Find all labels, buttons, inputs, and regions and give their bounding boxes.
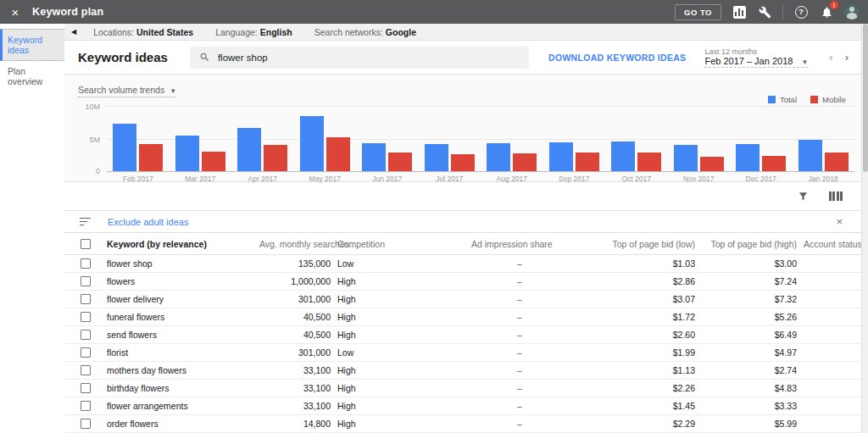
exclude-adult-ideas-link[interactable]: Exclude adult ideas (108, 217, 188, 227)
bar-mobile-jan-2018[interactable] (825, 153, 849, 171)
column-header-keyword[interactable]: Keyword (by relevance) (107, 239, 259, 249)
bar-mobile-jul-2017[interactable] (451, 154, 475, 171)
cell-competition: High (337, 294, 471, 304)
table-row[interactable]: birthday flowers33,100High–$2.26$4.83 (64, 380, 868, 397)
bar-total-oct-2017[interactable] (611, 142, 635, 171)
bar-total-jul-2017[interactable] (425, 144, 448, 171)
column-header-ad-impression-share[interactable]: Ad impression share (471, 239, 598, 249)
bar-total-dec-2017[interactable] (736, 144, 760, 171)
cell-keyword[interactable]: flower delivery (107, 294, 259, 304)
go-to-button[interactable]: GO TO (675, 4, 721, 20)
cell-keyword[interactable]: funeral flowers (107, 312, 259, 322)
cell-bid-high: $5.99 (702, 419, 804, 429)
cell-keyword[interactable]: send flowers (107, 330, 259, 340)
setting-locations[interactable]: Locations:United States (93, 27, 193, 37)
table-row[interactable]: florist301,000Low–$1.99$4.97 (64, 344, 868, 362)
bar-mobile-sep-2017[interactable] (576, 153, 599, 171)
table-row[interactable]: mothers day flowers33,100High–$1.13$2.74 (64, 362, 868, 380)
columns-button[interactable] (829, 192, 843, 201)
filter-funnel-button[interactable] (798, 191, 809, 202)
table-row[interactable]: flowers1,000,000High–$2.86$7.24 (64, 273, 868, 291)
search-volume-trends-dropdown[interactable]: Search volume trends▼ (78, 85, 176, 97)
row-checkbox[interactable] (81, 401, 91, 411)
filter-list-icon[interactable] (80, 218, 91, 226)
cell-keyword[interactable]: order flowers (107, 419, 259, 429)
download-keyword-ideas-link[interactable]: DOWNLOAD KEYWORD IDEAS (548, 53, 686, 63)
help-button[interactable]: ? (793, 4, 809, 19)
notifications-button[interactable]: ! (819, 4, 834, 19)
bar-mobile-mar-2017[interactable] (202, 152, 225, 171)
keyword-search-input[interactable]: flower shop (190, 47, 529, 69)
row-checkbox[interactable] (81, 276, 91, 286)
cell-keyword[interactable]: flower shop (107, 258, 259, 269)
row-checkbox[interactable] (81, 258, 91, 269)
row-checkbox[interactable] (81, 419, 91, 429)
setting-search-networks[interactable]: Search networks:Google (314, 27, 416, 37)
cell-keyword[interactable]: mothers day flowers (107, 365, 259, 375)
cell-keyword[interactable]: flower arrangements (107, 401, 259, 411)
bar-mobile-may-2017[interactable] (326, 137, 350, 171)
close-icon[interactable]: × (8, 6, 22, 19)
column-header-account-status[interactable]: Account status (804, 239, 868, 249)
bar-total-mar-2017[interactable] (175, 136, 199, 171)
sidebar-item-plan-overview[interactable]: Plan overview (0, 61, 64, 92)
bar-total-sep-2017[interactable] (549, 142, 573, 171)
bar-mobile-aug-2017[interactable] (513, 153, 537, 171)
range-prev-button[interactable]: ‹ (823, 51, 838, 64)
range-next-button[interactable]: › (839, 51, 854, 64)
help-icon: ? (795, 6, 808, 19)
collapse-chevron-icon[interactable]: ◀ (71, 28, 76, 36)
legend-item-mobile[interactable]: Mobile (810, 95, 846, 104)
cell-keyword[interactable]: birthday flowers (107, 383, 259, 393)
bar-mobile-feb-2017[interactable] (139, 144, 163, 171)
tools-wrench-icon[interactable] (757, 4, 772, 19)
filter-close-icon[interactable]: × (836, 215, 853, 228)
cell-bid-low: $2.26 (598, 383, 702, 393)
bar-total-apr-2017[interactable] (237, 128, 261, 171)
bar-group-mar-2017 (170, 106, 232, 171)
cell-keyword[interactable]: flowers (107, 276, 259, 286)
column-header-top-of-page-bid-high[interactable]: Top of page bid (high) (702, 239, 804, 249)
row-checkbox[interactable] (81, 383, 91, 393)
row-checkbox[interactable] (81, 312, 91, 322)
bar-total-jun-2017[interactable] (362, 143, 386, 171)
account-button[interactable] (844, 4, 860, 19)
setting-language[interactable]: Language:English (215, 27, 292, 37)
legend-item-total[interactable]: Total (768, 95, 797, 104)
table-row[interactable]: send flowers40,500High–$2.60$6.49 (64, 326, 868, 344)
cell-bid-low: $3.07 (598, 294, 702, 304)
row-checkbox[interactable] (81, 294, 91, 304)
cell-ad-impression-share: – (471, 383, 598, 393)
bar-total-feb-2017[interactable] (113, 124, 136, 171)
date-range-selector[interactable]: Feb 2017 – Jan 2018▼ (704, 56, 808, 68)
cell-avg-monthly-searches: 301,000 (259, 347, 337, 358)
bar-total-may-2017[interactable] (300, 116, 324, 171)
bar-mobile-apr-2017[interactable] (264, 145, 287, 171)
select-all-checkbox[interactable] (81, 239, 91, 249)
table-row[interactable]: funeral flowers40,500High–$1.72$5.26 (64, 308, 868, 326)
bar-mobile-jun-2017[interactable] (388, 153, 412, 171)
cell-ad-impression-share: – (471, 330, 598, 340)
bar-total-jan-2018[interactable] (798, 140, 822, 171)
bar-total-nov-2017[interactable] (674, 145, 698, 171)
column-header-top-of-page-bid-low[interactable]: Top of page bid (low) (598, 239, 702, 249)
bar-mobile-nov-2017[interactable] (700, 157, 724, 171)
scrollbar-thumb[interactable] (863, 24, 868, 172)
row-checkbox[interactable] (81, 347, 91, 358)
sidebar-item-keyword-ideas[interactable]: Keyword ideas (0, 29, 64, 61)
bar-mobile-oct-2017[interactable] (637, 153, 661, 171)
column-header-avg-monthly-searches[interactable]: Avg. monthly searches (259, 239, 337, 249)
reports-icon[interactable] (732, 4, 747, 19)
bar-mobile-dec-2017[interactable] (762, 156, 786, 171)
table-row[interactable]: flower shop135,000Low–$1.03$3.00 (64, 255, 868, 273)
notification-badge: ! (830, 1, 838, 9)
cell-keyword[interactable]: florist (107, 347, 259, 358)
table-row[interactable]: flower arrangements33,100High–$1.45$3.33 (64, 397, 868, 415)
table-row[interactable]: flower delivery301,000High–$3.07$7.32 (64, 291, 868, 308)
row-checkbox[interactable] (81, 365, 91, 375)
table-row[interactable]: order flowers14,800High–$2.29$5.99 (64, 415, 868, 433)
x-axis-label: Sep 2017 (543, 175, 606, 183)
row-checkbox[interactable] (81, 330, 91, 340)
column-header-competition[interactable]: Competition (337, 239, 471, 249)
bar-total-aug-2017[interactable] (487, 143, 510, 171)
